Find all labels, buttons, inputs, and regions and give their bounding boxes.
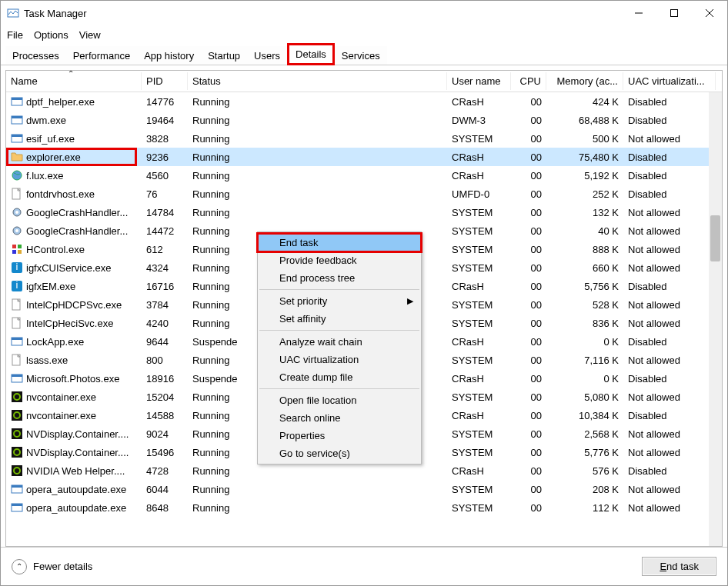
process-icon <box>11 114 23 126</box>
menu-view[interactable]: View <box>79 29 101 41</box>
cell-memory: 132 K <box>546 205 623 220</box>
cell-uac: Not allowed <box>623 132 716 146</box>
cell-cpu: 00 <box>511 279 546 294</box>
table-row[interactable]: opera_autoupdate.exe8648RunningSYSTEM001… <box>6 498 722 517</box>
cell-cpu: 00 <box>511 242 546 257</box>
table-row[interactable]: dwm.exe19464RunningDWM-30068,488 KDisabl… <box>6 111 722 129</box>
cell-user: SYSTEM <box>447 482 511 497</box>
menu-properties[interactable]: Properties <box>258 427 421 444</box>
end-task-button[interactable]: End task <box>642 557 716 576</box>
close-button[interactable] <box>692 1 727 25</box>
cell-user: SYSTEM <box>447 445 511 460</box>
column-header-name[interactable]: Name <box>6 72 142 90</box>
svg-point-11 <box>12 171 22 180</box>
cell-user: SYSTEM <box>447 261 511 275</box>
cell-uac: Not allowed <box>623 445 716 460</box>
column-header-uac[interactable]: UAC virtualizati... <box>623 72 716 90</box>
cell-uac: Not allowed <box>623 353 716 368</box>
svg-rect-2 <box>671 10 678 17</box>
table-row[interactable]: GoogleCrashHandler...14784RunningSYSTEM0… <box>6 203 722 221</box>
cell-cpu: 00 <box>511 316 546 331</box>
menu-file[interactable]: File <box>7 29 23 41</box>
cell-user: SYSTEM <box>447 353 511 368</box>
cell-name: LockApp.exe <box>6 334 142 349</box>
table-row[interactable]: fontdrvhost.exe76RunningUMFD-000252 KDis… <box>6 185 722 203</box>
column-header-memory[interactable]: Memory (ac... <box>546 72 623 90</box>
menu-separator <box>259 289 419 290</box>
cell-name: opera_autoupdate.exe <box>6 500 142 515</box>
cell-user: SYSTEM <box>447 316 511 331</box>
svg-rect-45 <box>12 504 22 506</box>
cell-pid: 4240 <box>142 316 188 331</box>
cell-cpu: 00 <box>511 261 546 275</box>
cell-pid: 4324 <box>142 261 188 275</box>
cell-user: DWM-3 <box>447 113 511 128</box>
menu-analyze-wait-chain[interactable]: Analyze wait chain <box>258 333 421 351</box>
cell-pid: 18916 <box>142 371 188 386</box>
menu-provide-feedback[interactable]: Provide feedback <box>258 251 421 269</box>
end-task-rest: nd task <box>666 561 699 572</box>
menu-create-dump-file[interactable]: Create dump file <box>258 368 421 386</box>
menu-end-process-tree[interactable]: End process tree <box>258 269 421 287</box>
tab-processes[interactable]: Processes <box>5 46 66 65</box>
minimize-button[interactable] <box>621 1 656 25</box>
table-row[interactable]: dptf_helper.exe14776RunningCRasH00424 KD… <box>6 92 722 111</box>
tab-details[interactable]: Details <box>287 43 335 65</box>
cell-name: NVIDIA Web Helper.... <box>6 463 142 478</box>
window-controls <box>621 1 727 25</box>
table-row[interactable]: explorer.exe9236RunningCRasH0075,480 KDi… <box>6 148 722 166</box>
tab-app-history[interactable]: App history <box>137 46 201 65</box>
cell-cpu: 00 <box>511 390 546 405</box>
cell-memory: 208 K <box>546 482 623 497</box>
cell-status: Running <box>188 205 447 220</box>
cell-uac: Not allowed <box>623 501 716 515</box>
tab-users[interactable]: Users <box>247 46 287 65</box>
menu-search-online[interactable]: Search online <box>258 409 421 427</box>
column-header-pid[interactable]: PID <box>142 72 188 90</box>
menu-uac-virtualization[interactable]: UAC virtualization <box>258 351 421 368</box>
menu-go-to-services[interactable]: Go to service(s) <box>258 444 421 462</box>
tab-startup[interactable]: Startup <box>201 46 247 65</box>
maximize-button[interactable] <box>656 1 692 25</box>
cell-memory: 528 K <box>546 298 623 312</box>
cell-name: nvcontainer.exe <box>6 389 142 405</box>
cell-pid: 14776 <box>142 95 188 109</box>
column-header-status[interactable]: Status <box>188 72 447 90</box>
cell-status: Running <box>188 501 447 515</box>
fewer-details-link[interactable]: ⌃ Fewer details <box>12 559 92 574</box>
cell-memory: 424 K <box>546 95 623 109</box>
table-row[interactable]: f.lux.exe4560RunningCRasH005,192 KDisabl… <box>6 166 722 185</box>
cell-memory: 112 K <box>546 501 623 515</box>
tab-performance[interactable]: Performance <box>66 46 137 65</box>
cell-user: SYSTEM <box>447 390 511 405</box>
cell-pid: 19464 <box>142 113 188 128</box>
menu-set-affinity[interactable]: Set affinity <box>258 310 421 328</box>
column-header-cpu[interactable]: CPU <box>511 72 546 90</box>
process-icon <box>11 169 23 181</box>
cell-user: SYSTEM <box>447 132 511 146</box>
process-icon <box>11 243 23 255</box>
cell-cpu: 00 <box>511 408 546 423</box>
cell-cpu: 00 <box>511 168 546 183</box>
cell-cpu: 00 <box>511 187 546 201</box>
menu-options[interactable]: Options <box>34 29 68 41</box>
table-row[interactable]: esif_uf.exe3828RunningSYSTEM00500 KNot a… <box>6 129 722 148</box>
cell-user: CRasH <box>447 464 511 478</box>
tab-services[interactable]: Services <box>335 46 387 65</box>
cell-uac: Disabled <box>623 408 716 423</box>
scrollbar-thumb[interactable] <box>710 215 720 261</box>
menu-set-priority[interactable]: Set priority▶ <box>258 292 421 310</box>
task-manager-window: Task Manager File Options View Processes… <box>0 0 728 586</box>
cell-pid: 3828 <box>142 132 188 146</box>
table-row[interactable]: opera_autoupdate.exe6044RunningSYSTEM002… <box>6 480 722 498</box>
vertical-scrollbar[interactable] <box>709 92 722 546</box>
cell-cpu: 00 <box>511 335 546 349</box>
process-icon <box>11 464 23 477</box>
menu-end-task[interactable]: End task <box>258 234 421 251</box>
column-header-user[interactable]: User name <box>447 72 511 90</box>
table-area: ⌃ Name PID Status User name CPU Memory (… <box>1 65 727 547</box>
cell-user: SYSTEM <box>447 205 511 220</box>
cell-pid: 14784 <box>142 205 188 220</box>
menu-open-file-location[interactable]: Open file location <box>258 391 421 409</box>
process-icon: i <box>11 280 23 292</box>
